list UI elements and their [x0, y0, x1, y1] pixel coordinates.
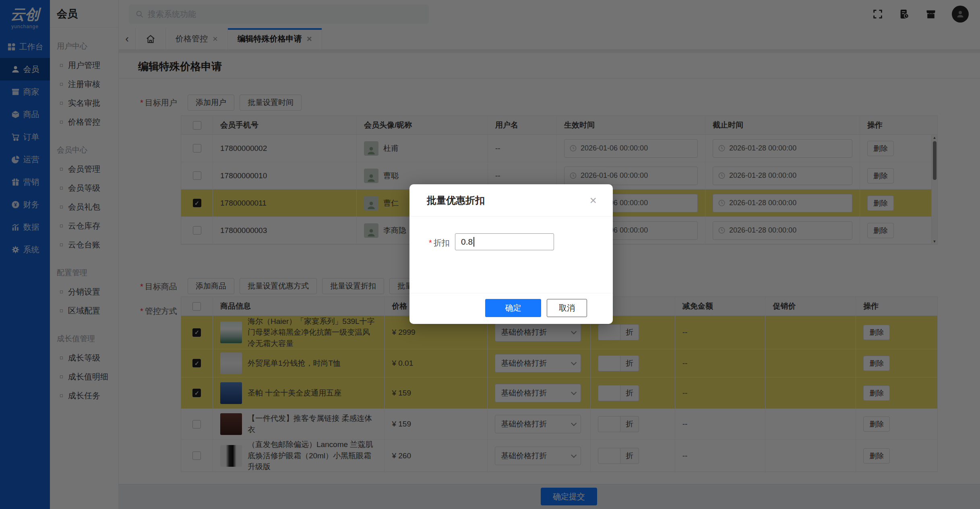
batch-discount-modal: 批量优惠折扣 × *折扣 0.8 确定 取消 [409, 184, 613, 324]
close-icon[interactable]: × [589, 194, 597, 206]
app-screen: 云创 yunchange 工作台 会员 商家 商品 订单 运营 营销 ¥财务 数… [0, 0, 980, 509]
modal-footer-divider [409, 293, 613, 293]
discount-input[interactable]: 0.8 [455, 233, 554, 250]
discount-field-label: *折扣 [429, 237, 450, 248]
cancel-button[interactable]: 取消 [547, 299, 587, 317]
modal-title: 批量优惠折扣 [427, 194, 589, 207]
confirm-button[interactable]: 确定 [485, 299, 541, 317]
text-caret [473, 237, 474, 247]
